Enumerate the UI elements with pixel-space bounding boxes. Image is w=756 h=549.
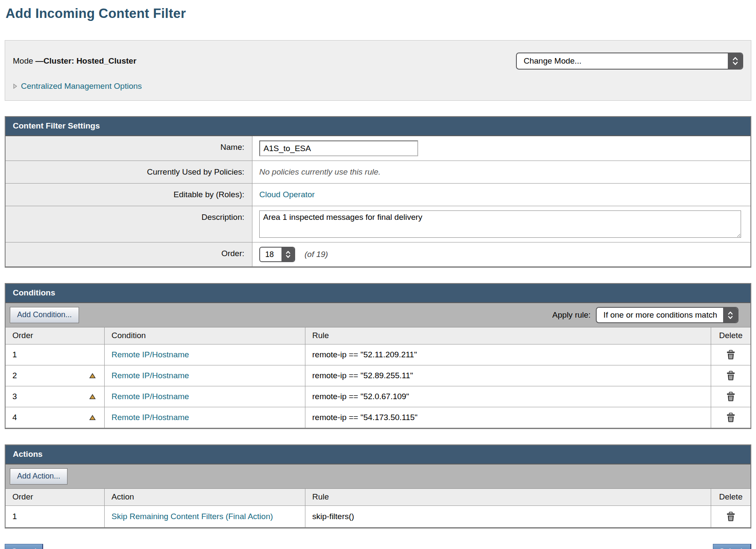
condition-order: 4 (12, 413, 17, 422)
select-stepper-icon (281, 248, 294, 261)
actions-panel: Actions Add Action... Order Action Rule … (5, 444, 751, 529)
apply-rule-select[interactable]: If one or more conditions match (596, 307, 738, 323)
actions-section-header: Actions (6, 445, 750, 464)
condition-rule: remote-ip == "52.89.255.11" (312, 371, 413, 380)
action-link[interactable]: Skip Remaining Content Filters (Final Ac… (111, 511, 273, 522)
name-input[interactable] (259, 140, 418, 156)
page-title: Add Incoming Content Filter (6, 6, 751, 21)
column-header-delete: Delete (711, 489, 750, 506)
condition-row: 2 Remote IP/Hostname remote-ip == "52.89… (6, 365, 750, 386)
condition-rule: remote-ip == "52.11.209.211" (312, 350, 417, 359)
condition-link[interactable]: Remote IP/Hostname (111, 350, 189, 359)
trash-icon (726, 371, 735, 381)
add-condition-button[interactable]: Add Condition... (10, 307, 79, 323)
move-up-button[interactable] (89, 373, 96, 379)
action-row: 1 Skip Remaining Content Filters (Final … (6, 506, 750, 527)
column-header-rule: Rule (305, 489, 711, 506)
mode-cluster-value: —Cluster: Hosted_Cluster (35, 56, 137, 65)
move-up-button[interactable] (89, 415, 96, 421)
settings-row-description: Description: Area 1 inspected messages f… (6, 206, 750, 242)
change-mode-select-value: Change Mode... (517, 53, 728, 69)
up-triangle-icon (89, 373, 96, 379)
order-select[interactable]: 18 (259, 247, 295, 262)
disclosure-triangle-icon[interactable] (13, 83, 18, 89)
mode-prefix: Mode (13, 56, 35, 65)
description-textarea[interactable]: Area 1 inspected messages for final deli… (259, 210, 741, 238)
select-stepper-icon (723, 308, 738, 322)
order-of-total: (of 19) (305, 250, 328, 259)
column-header-action: Action (105, 489, 305, 506)
order-select-value: 18 (260, 248, 281, 261)
condition-order: 3 (12, 392, 17, 401)
cloud-operator-link[interactable]: Cloud Operator (259, 190, 315, 199)
trash-icon (726, 350, 735, 360)
actions-table-header: Order Action Rule Delete (6, 489, 750, 506)
conditions-table-header: Order Condition Rule Delete (6, 327, 750, 345)
content-filter-settings-panel: Content Filter Settings Name: Currently … (5, 116, 751, 268)
policies-label: Currently Used by Policies: (6, 161, 252, 183)
delete-condition-button[interactable] (726, 391, 735, 402)
condition-rule: remote-ip == "54.173.50.115" (312, 413, 418, 422)
footer-actions: Cancel Submit (5, 544, 751, 549)
settings-section-header: Content Filter Settings (6, 117, 750, 136)
cancel-button[interactable]: Cancel (5, 544, 43, 549)
condition-row: 1 Remote IP/Hostname remote-ip == "52.11… (6, 345, 750, 365)
up-triangle-icon (89, 415, 96, 421)
change-mode-select[interactable]: Change Mode... (516, 53, 743, 70)
order-label: Order: (6, 242, 252, 266)
centralized-management-options-link[interactable]: Centralized Management Options (21, 82, 142, 91)
condition-order: 2 (12, 371, 17, 380)
column-header-condition: Condition (105, 327, 305, 345)
submit-button[interactable]: Submit (713, 544, 751, 549)
trash-icon (726, 412, 735, 423)
trash-icon (726, 391, 735, 402)
up-triangle-icon (89, 394, 96, 400)
column-header-order: Order (6, 327, 105, 345)
settings-row-editable: Editable by (Roles): Cloud Operator (6, 184, 750, 206)
mode-panel: Mode —Cluster: Hosted_Cluster Change Mod… (5, 40, 751, 101)
add-action-button[interactable]: Add Action... (10, 468, 67, 485)
condition-link[interactable]: Remote IP/Hostname (111, 413, 189, 422)
trash-icon (726, 511, 735, 522)
name-label: Name: (6, 136, 252, 161)
delete-condition-button[interactable] (726, 412, 735, 423)
description-label: Description: (6, 206, 252, 242)
column-header-delete: Delete (711, 327, 750, 345)
select-stepper-icon (728, 53, 742, 69)
policies-value: No policies currently use this rule. (259, 167, 381, 177)
move-up-button[interactable] (89, 394, 96, 400)
column-header-rule: Rule (305, 327, 711, 345)
column-header-order: Order (6, 489, 105, 506)
action-order: 1 (12, 512, 17, 521)
delete-condition-button[interactable] (726, 371, 735, 381)
apply-rule-label: Apply rule: (552, 310, 591, 320)
settings-row-policies: Currently Used by Policies: No policies … (6, 161, 750, 184)
settings-row-name: Name: (6, 136, 750, 161)
condition-link[interactable]: Remote IP/Hostname (111, 371, 189, 380)
action-rule: skip-filters() (312, 512, 354, 521)
apply-rule-select-value: If one or more conditions match (597, 308, 723, 322)
editable-roles-label: Editable by (Roles): (6, 184, 252, 206)
condition-rule: remote-ip == "52.0.67.109" (312, 392, 409, 401)
conditions-section-header: Conditions (6, 284, 750, 303)
condition-row: 4 Remote IP/Hostname remote-ip == "54.17… (6, 407, 750, 428)
condition-order: 1 (12, 350, 17, 359)
condition-link[interactable]: Remote IP/Hostname (111, 392, 189, 401)
conditions-panel: Conditions Add Condition... Apply rule: … (5, 283, 751, 429)
delete-action-button[interactable] (726, 511, 735, 522)
condition-row: 3 Remote IP/Hostname remote-ip == "52.0.… (6, 386, 750, 407)
settings-row-order: Order: 18 (of 19) (6, 242, 750, 266)
delete-condition-button[interactable] (726, 350, 735, 360)
mode-label: Mode —Cluster: Hosted_Cluster (13, 56, 136, 66)
